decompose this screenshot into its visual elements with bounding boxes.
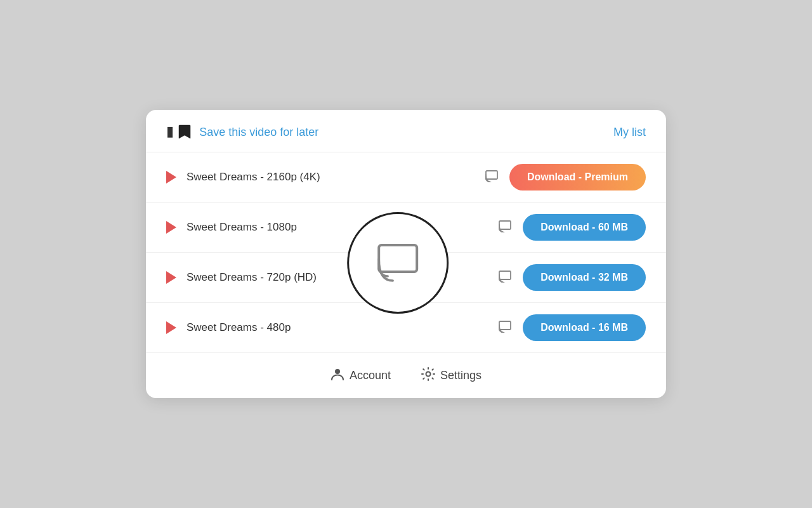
svg-rect-2 xyxy=(499,271,511,279)
svg-rect-3 xyxy=(499,321,511,330)
cast-icon-3[interactable] xyxy=(497,269,513,286)
account-icon xyxy=(331,367,344,384)
settings-icon xyxy=(421,367,435,384)
cast-icon-1[interactable] xyxy=(484,168,499,186)
card-footer: Account Settings xyxy=(146,353,666,398)
header-left: ▮ Save this video for later xyxy=(166,124,318,140)
play-icon-2 xyxy=(166,221,176,234)
settings-button[interactable]: Settings xyxy=(421,367,481,384)
video-title-2: Sweet Dreams - 1080p xyxy=(187,221,487,234)
download-480p-button[interactable]: Download - 16 MB xyxy=(523,314,646,341)
svg-point-5 xyxy=(335,369,340,374)
bookmark-icon: ▮ xyxy=(166,124,192,140)
video-row-3: Sweet Dreams - 720p (HD) Download - 32 M… xyxy=(146,253,666,303)
play-icon-1 xyxy=(166,171,176,184)
svg-point-6 xyxy=(426,372,431,377)
save-label[interactable]: Save this video for later xyxy=(199,126,318,139)
svg-rect-1 xyxy=(499,221,511,229)
main-card: ▮ Save this video for later My list Swee… xyxy=(146,110,666,398)
play-icon-3 xyxy=(166,271,176,284)
play-icon-4 xyxy=(166,321,176,334)
card-header: ▮ Save this video for later My list xyxy=(146,110,666,152)
download-premium-button[interactable]: Download - Premium xyxy=(509,164,646,190)
video-row-4: Sweet Dreams - 480p Download - 16 MB xyxy=(146,303,666,352)
download-1080p-button[interactable]: Download - 60 MB xyxy=(523,214,646,241)
video-row-2: Sweet Dreams - 1080p Download - 60 MB xyxy=(146,203,666,253)
video-title-4: Sweet Dreams - 480p xyxy=(187,321,487,334)
rows-container: Sweet Dreams - 2160p (4K) Download - Pre… xyxy=(146,152,666,352)
cast-icon-4[interactable] xyxy=(497,319,513,337)
video-title-3: Sweet Dreams - 720p (HD) xyxy=(187,271,487,284)
download-720p-button[interactable]: Download - 32 MB xyxy=(523,264,646,291)
svg-rect-0 xyxy=(486,171,497,179)
mylist-link[interactable]: My list xyxy=(613,126,646,139)
video-row-1: Sweet Dreams - 2160p (4K) Download - Pre… xyxy=(146,152,666,203)
cast-icon-2[interactable] xyxy=(497,218,513,236)
account-button[interactable]: Account xyxy=(331,367,391,384)
account-label: Account xyxy=(350,369,391,382)
video-title-1: Sweet Dreams - 2160p (4K) xyxy=(187,171,474,184)
settings-label: Settings xyxy=(440,369,481,382)
